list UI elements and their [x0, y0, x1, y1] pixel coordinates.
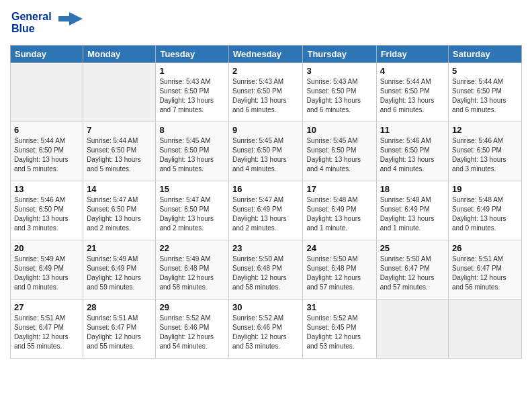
calendar-cell: 31Sunrise: 5:52 AMSunset: 6:45 PMDayligh… — [303, 300, 376, 359]
cell-content: Sunrise: 5:50 AMSunset: 6:47 PMDaylight:… — [380, 255, 445, 292]
cell-content: Sunrise: 5:52 AMSunset: 6:46 PMDaylight:… — [232, 314, 299, 351]
header: General Blue — [10, 7, 522, 40]
day-number: 13 — [14, 184, 79, 194]
day-header-sunday: Sunday — [11, 46, 83, 63]
cell-content: Sunrise: 5:44 AMSunset: 6:50 PMDaylight:… — [87, 136, 152, 174]
cell-content: Sunrise: 5:49 AMSunset: 6:48 PMDaylight:… — [159, 255, 225, 292]
day-header-saturday: Saturday — [449, 46, 522, 63]
day-number: 27 — [14, 302, 79, 312]
day-number: 20 — [14, 243, 79, 253]
cell-content: Sunrise: 5:46 AMSunset: 6:50 PMDaylight:… — [452, 136, 518, 174]
day-header-monday: Monday — [83, 46, 156, 63]
calendar-week-row: 27Sunrise: 5:51 AMSunset: 6:47 PMDayligh… — [11, 300, 522, 359]
calendar-header-row: SundayMondayTuesdayWednesdayThursdayFrid… — [11, 46, 522, 63]
day-number: 9 — [232, 125, 299, 135]
calendar-cell: 22Sunrise: 5:49 AMSunset: 6:48 PMDayligh… — [156, 240, 229, 300]
cell-content: Sunrise: 5:48 AMSunset: 6:49 PMDaylight:… — [452, 195, 518, 233]
cell-content: Sunrise: 5:45 AMSunset: 6:50 PMDaylight:… — [306, 136, 372, 174]
cell-content: Sunrise: 5:46 AMSunset: 6:50 PMDaylight:… — [14, 195, 79, 233]
logo: General Blue — [10, 7, 84, 40]
cell-content: Sunrise: 5:52 AMSunset: 6:45 PMDaylight:… — [306, 314, 372, 351]
calendar-cell — [83, 63, 156, 122]
day-number: 8 — [159, 125, 225, 135]
calendar-week-row: 6Sunrise: 5:44 AMSunset: 6:50 PMDaylight… — [11, 122, 522, 181]
day-number: 12 — [452, 125, 518, 135]
day-number: 2 — [232, 66, 299, 76]
day-number: 28 — [87, 302, 152, 312]
calendar-cell: 18Sunrise: 5:48 AMSunset: 6:49 PMDayligh… — [376, 181, 448, 240]
calendar-cell: 23Sunrise: 5:50 AMSunset: 6:48 PMDayligh… — [229, 240, 303, 300]
calendar-cell: 10Sunrise: 5:45 AMSunset: 6:50 PMDayligh… — [303, 122, 376, 181]
calendar-cell: 13Sunrise: 5:46 AMSunset: 6:50 PMDayligh… — [11, 181, 83, 240]
calendar-cell: 27Sunrise: 5:51 AMSunset: 6:47 PMDayligh… — [11, 300, 83, 359]
calendar-cell: 16Sunrise: 5:47 AMSunset: 6:49 PMDayligh… — [229, 181, 303, 240]
cell-content: Sunrise: 5:49 AMSunset: 6:49 PMDaylight:… — [14, 255, 79, 292]
calendar-cell: 21Sunrise: 5:49 AMSunset: 6:49 PMDayligh… — [83, 240, 156, 300]
cell-content: Sunrise: 5:43 AMSunset: 6:50 PMDaylight:… — [232, 77, 299, 115]
day-number: 29 — [159, 302, 225, 312]
svg-text:Blue: Blue — [11, 23, 35, 34]
day-header-thursday: Thursday — [303, 46, 376, 63]
cell-content: Sunrise: 5:44 AMSunset: 6:50 PMDaylight:… — [452, 77, 518, 115]
calendar-cell: 12Sunrise: 5:46 AMSunset: 6:50 PMDayligh… — [449, 122, 522, 181]
day-number: 25 — [380, 243, 445, 253]
logo-text: General Blue — [10, 7, 84, 40]
calendar-week-row: 20Sunrise: 5:49 AMSunset: 6:49 PMDayligh… — [11, 240, 522, 300]
day-number: 15 — [159, 184, 225, 194]
calendar-cell: 28Sunrise: 5:51 AMSunset: 6:47 PMDayligh… — [83, 300, 156, 359]
day-number: 3 — [306, 66, 372, 76]
calendar-cell: 26Sunrise: 5:51 AMSunset: 6:47 PMDayligh… — [449, 240, 522, 300]
calendar-cell: 5Sunrise: 5:44 AMSunset: 6:50 PMDaylight… — [449, 63, 522, 122]
calendar-table: SundayMondayTuesdayWednesdayThursdayFrid… — [10, 45, 522, 359]
cell-content: Sunrise: 5:46 AMSunset: 6:50 PMDaylight:… — [380, 136, 445, 174]
calendar-week-row: 1Sunrise: 5:43 AMSunset: 6:50 PMDaylight… — [11, 63, 522, 122]
calendar-cell: 6Sunrise: 5:44 AMSunset: 6:50 PMDaylight… — [11, 122, 83, 181]
cell-content: Sunrise: 5:51 AMSunset: 6:47 PMDaylight:… — [87, 314, 152, 351]
calendar-cell: 7Sunrise: 5:44 AMSunset: 6:50 PMDaylight… — [83, 122, 156, 181]
cell-content: Sunrise: 5:48 AMSunset: 6:49 PMDaylight:… — [306, 195, 372, 233]
cell-content: Sunrise: 5:47 AMSunset: 6:50 PMDaylight:… — [159, 195, 225, 233]
cell-content: Sunrise: 5:50 AMSunset: 6:48 PMDaylight:… — [232, 255, 299, 292]
day-number: 18 — [380, 184, 445, 194]
day-number: 6 — [14, 125, 79, 135]
cell-content: Sunrise: 5:45 AMSunset: 6:50 PMDaylight:… — [159, 136, 225, 174]
cell-content: Sunrise: 5:43 AMSunset: 6:50 PMDaylight:… — [159, 77, 225, 115]
calendar-cell: 29Sunrise: 5:52 AMSunset: 6:46 PMDayligh… — [156, 300, 229, 359]
day-number: 7 — [87, 125, 152, 135]
cell-content: Sunrise: 5:50 AMSunset: 6:48 PMDaylight:… — [306, 255, 372, 292]
cell-content: Sunrise: 5:45 AMSunset: 6:50 PMDaylight:… — [232, 136, 299, 174]
calendar-cell: 2Sunrise: 5:43 AMSunset: 6:50 PMDaylight… — [229, 63, 303, 122]
calendar-cell — [376, 300, 448, 359]
cell-content: Sunrise: 5:49 AMSunset: 6:49 PMDaylight:… — [87, 255, 152, 292]
cell-content: Sunrise: 5:47 AMSunset: 6:50 PMDaylight:… — [87, 195, 152, 233]
calendar-cell: 1Sunrise: 5:43 AMSunset: 6:50 PMDaylight… — [156, 63, 229, 122]
calendar-cell: 30Sunrise: 5:52 AMSunset: 6:46 PMDayligh… — [229, 300, 303, 359]
day-number: 10 — [306, 125, 372, 135]
day-number: 23 — [232, 243, 299, 253]
cell-content: Sunrise: 5:52 AMSunset: 6:46 PMDaylight:… — [159, 314, 225, 351]
calendar-cell: 25Sunrise: 5:50 AMSunset: 6:47 PMDayligh… — [376, 240, 448, 300]
day-number: 26 — [452, 243, 518, 253]
day-number: 5 — [452, 66, 518, 76]
calendar-cell: 15Sunrise: 5:47 AMSunset: 6:50 PMDayligh… — [156, 181, 229, 240]
calendar-cell: 14Sunrise: 5:47 AMSunset: 6:50 PMDayligh… — [83, 181, 156, 240]
day-header-tuesday: Tuesday — [156, 46, 229, 63]
cell-content: Sunrise: 5:51 AMSunset: 6:47 PMDaylight:… — [452, 255, 518, 292]
svg-marker-2 — [58, 12, 83, 26]
day-number: 31 — [306, 302, 372, 312]
page: General Blue SundayMondayTuesdayWednesda… — [0, 0, 532, 411]
day-number: 30 — [232, 302, 299, 312]
calendar-cell: 9Sunrise: 5:45 AMSunset: 6:50 PMDaylight… — [229, 122, 303, 181]
day-header-friday: Friday — [376, 46, 448, 63]
day-header-wednesday: Wednesday — [229, 46, 303, 63]
day-number: 22 — [159, 243, 225, 253]
calendar-cell — [449, 300, 522, 359]
calendar-week-row: 13Sunrise: 5:46 AMSunset: 6:50 PMDayligh… — [11, 181, 522, 240]
calendar-cell: 3Sunrise: 5:43 AMSunset: 6:50 PMDaylight… — [303, 63, 376, 122]
calendar-cell: 8Sunrise: 5:45 AMSunset: 6:50 PMDaylight… — [156, 122, 229, 181]
svg-text:General: General — [11, 11, 52, 22]
calendar-cell — [11, 63, 83, 122]
calendar-cell: 20Sunrise: 5:49 AMSunset: 6:49 PMDayligh… — [11, 240, 83, 300]
day-number: 19 — [452, 184, 518, 194]
day-number: 11 — [380, 125, 445, 135]
